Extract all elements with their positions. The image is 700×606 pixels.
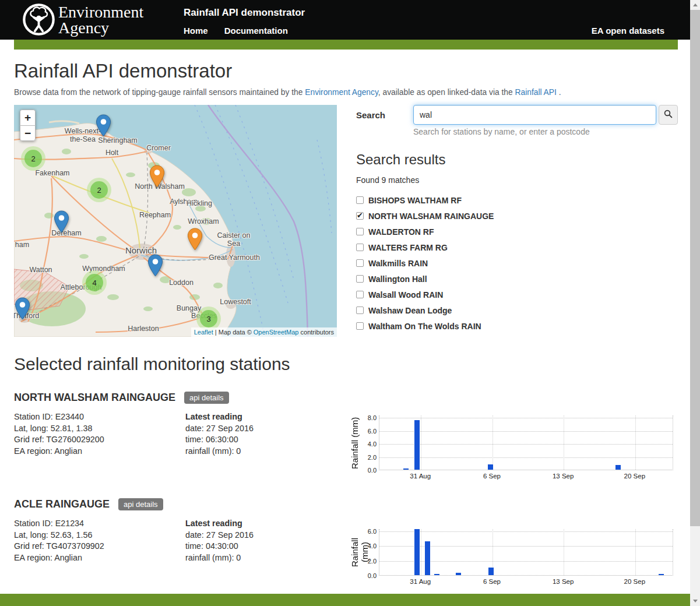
chart-y-tick: 8.0 <box>361 414 377 421</box>
chart-y-tick: 6.0 <box>361 528 377 535</box>
chart-gridline <box>379 444 673 445</box>
station-checkbox-label[interactable]: Wallington Hall <box>368 274 427 284</box>
nav-documentation-link[interactable]: Documentation <box>224 26 288 36</box>
header-app-title: Rainfall API demonstrator <box>184 7 305 19</box>
header-nav: Home Documentation <box>184 26 288 36</box>
chart-plot-area <box>379 529 673 576</box>
app-header: Environment Agency Rainfall API demonstr… <box>0 0 690 40</box>
search-input[interactable] <box>413 105 656 125</box>
station-name: ACLE RAINGAUGE <box>14 498 110 510</box>
chart-x-tick: 6 Sep <box>474 473 509 480</box>
map-cluster-marker[interactable]: 4 <box>82 270 107 295</box>
chart-gridline <box>564 415 564 470</box>
map-place-label: Caister onSea <box>217 231 251 248</box>
api-details-button[interactable]: api details <box>184 392 229 404</box>
search-result-row: Walsall Wood RAIN <box>356 287 678 302</box>
station-map[interactable]: + − Wells-next-the-SeaSheringhamCromerHo… <box>14 105 337 337</box>
scrollbar-down-button[interactable] <box>690 596 700 606</box>
rainfall-bar <box>659 574 664 575</box>
search-result-row: Walkmills RAIN <box>356 255 678 271</box>
chart-y-tick: 0.0 <box>361 467 377 474</box>
environment-agency-logo-icon <box>22 3 55 38</box>
station-block: NORTH WALSHAM RAINGAUGEapi detailsStatio… <box>14 392 686 481</box>
station-checkbox[interactable] <box>356 259 364 267</box>
station-checkbox-label[interactable]: NORTH WALSHAM RAINGAUGE <box>368 212 494 221</box>
map-place-label: Norwich <box>125 246 157 255</box>
blue-station-pin-marker[interactable] <box>54 210 69 233</box>
chart-y-tick: 2.0 <box>361 454 377 461</box>
station-checkbox-label[interactable]: Walkmills RAIN <box>368 259 428 268</box>
scrollbar-up-button[interactable] <box>690 0 700 10</box>
station-checkbox[interactable] <box>356 291 364 298</box>
chart-x-tick: 6 Sep <box>474 578 509 585</box>
chart-y-tick: 4.0 <box>361 542 377 549</box>
orange-station-pin-marker[interactable] <box>187 228 203 251</box>
map-place-label: Reepham <box>139 211 171 219</box>
map-place-label: Fakenham <box>35 169 69 177</box>
station-checkbox[interactable]: ✔ <box>356 212 364 220</box>
station-checkbox-list: BISHOPS WALTHAM RF✔NORTH WALSHAM RAINGAU… <box>356 192 678 334</box>
map-place-label: Lowestoft <box>220 298 251 306</box>
chart-gridline <box>379 531 673 532</box>
chart-y-tick: 6.0 <box>361 428 377 435</box>
map-zoom-in-button[interactable]: + <box>20 110 36 125</box>
station-checkbox[interactable] <box>356 322 364 330</box>
station-checkbox-label[interactable]: WALTERS FARM RG <box>368 243 448 252</box>
rainfall-bar <box>456 573 461 575</box>
station-details: Station ID: E23440Lat, long: 52.81, 1.38… <box>14 411 185 481</box>
environment-agency-link[interactable]: Environment Agency <box>305 88 378 97</box>
map-attribution: Leaflet | Map data © OpenStreetMap contr… <box>191 327 337 337</box>
header-green-strip <box>14 40 678 50</box>
map-place-label: Wroxham <box>188 217 219 226</box>
search-result-row: BISHOPS WALTHAM RF <box>356 192 678 208</box>
station-block: ACLE RAINGAUGEapi detailsStation ID: E21… <box>14 498 686 586</box>
search-result-row: WALTERS FARM RG <box>356 239 678 255</box>
station-checkbox[interactable] <box>356 275 364 283</box>
station-checkbox-label[interactable]: Walshaw Dean Lodge <box>368 306 452 315</box>
chart-y-axis-label: Rainfall (mm) <box>350 415 361 470</box>
map-place-label: Bungay <box>177 304 201 312</box>
api-details-button[interactable]: api details <box>118 498 163 510</box>
nav-home-link[interactable]: Home <box>184 26 208 36</box>
chart-x-tick: 20 Sep <box>617 473 652 480</box>
search-label: Search <box>356 110 413 120</box>
blue-station-pin-marker[interactable] <box>15 297 30 320</box>
station-checkbox-label[interactable]: BISHOPS WALTHAM RF <box>368 196 462 205</box>
station-name: NORTH WALSHAM RAINGAUGE <box>14 392 175 404</box>
ea-open-datasets-link[interactable]: EA open datasets <box>592 26 664 36</box>
map-cluster-marker[interactable]: 2 <box>21 146 45 171</box>
search-button[interactable] <box>659 105 678 125</box>
blue-station-pin-marker[interactable] <box>96 114 111 137</box>
station-checkbox[interactable] <box>356 196 364 204</box>
station-checkbox-label[interactable]: Waltham On The Wolds RAIN <box>368 322 481 331</box>
chart-gridline <box>379 457 673 458</box>
scroll-up-arrow-icon <box>693 3 698 6</box>
rainfall-api-link[interactable]: Rainfall API <box>515 88 557 97</box>
scroll-down-arrow-icon <box>693 600 698 603</box>
chart-gridline <box>493 415 493 470</box>
orange-station-pin-marker[interactable] <box>149 165 165 188</box>
map-place-label: Cromer <box>146 144 171 152</box>
station-checkbox[interactable] <box>356 244 364 251</box>
station-checkbox-label[interactable]: Walsall Wood RAIN <box>368 290 443 300</box>
chart-gridline <box>379 431 673 432</box>
station-checkbox[interactable] <box>356 228 364 235</box>
chart-gridline <box>421 529 421 575</box>
map-place-label: Loddon <box>169 279 194 287</box>
station-checkbox-label[interactable]: WALDERTON RF <box>368 227 434 237</box>
blue-station-pin-marker[interactable] <box>147 254 163 277</box>
map-place-label: ham <box>15 241 29 249</box>
map-zoom-out-button[interactable]: − <box>20 125 36 141</box>
vertical-scrollbar[interactable] <box>690 0 700 606</box>
search-icon <box>664 110 673 121</box>
search-result-row: ✔NORTH WALSHAM RAINGAUGE <box>356 208 678 224</box>
chart-gridline <box>421 415 421 470</box>
station-checkbox[interactable] <box>356 306 364 314</box>
rainfall-bar <box>434 574 439 575</box>
scrollbar-thumb[interactable] <box>690 10 700 526</box>
chart-gridline <box>635 415 636 470</box>
latest-reading: Latest readingdate: 27 Sep 2016time: 06:… <box>185 411 350 481</box>
map-cluster-marker[interactable]: 2 <box>87 178 111 202</box>
leaflet-link[interactable]: Leaflet <box>194 329 213 336</box>
openstreetmap-link[interactable]: OpenStreetMap <box>254 329 299 336</box>
